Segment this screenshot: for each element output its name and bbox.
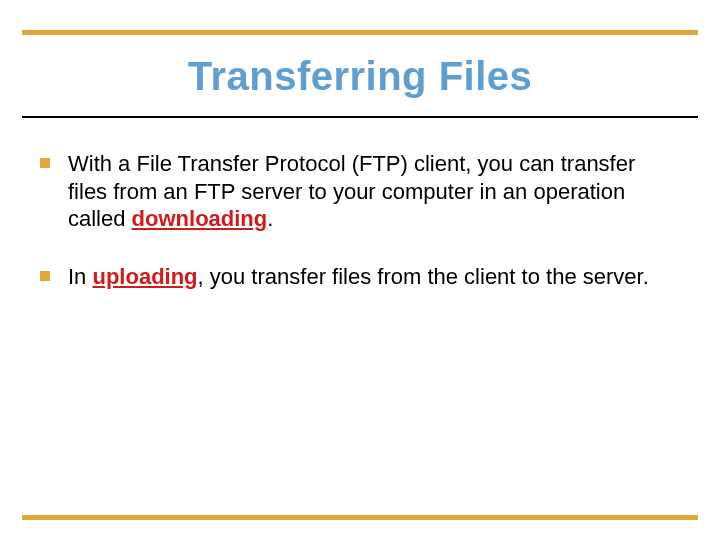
bullet-square-icon (40, 158, 50, 168)
content-area: With a File Transfer Protocol (FTP) clie… (40, 150, 680, 320)
bullet-text-before: In (68, 264, 92, 289)
bullet-text: In uploading, you transfer files from th… (68, 263, 680, 291)
title-underline-rule (22, 116, 698, 118)
page-title: Transferring Files (0, 54, 720, 99)
slide: Transferring Files With a File Transfer … (0, 0, 720, 540)
bullet-text-after: , you transfer files from the client to … (198, 264, 649, 289)
bullet-text: With a File Transfer Protocol (FTP) clie… (68, 150, 680, 233)
bullet-square-icon (40, 271, 50, 281)
keyword-uploading: uploading (92, 264, 197, 289)
bullet-text-after: . (267, 206, 273, 231)
keyword-downloading: downloading (132, 206, 268, 231)
bottom-accent-rule (22, 515, 698, 520)
list-item: With a File Transfer Protocol (FTP) clie… (40, 150, 680, 233)
list-item: In uploading, you transfer files from th… (40, 263, 680, 291)
top-accent-rule (22, 30, 698, 35)
